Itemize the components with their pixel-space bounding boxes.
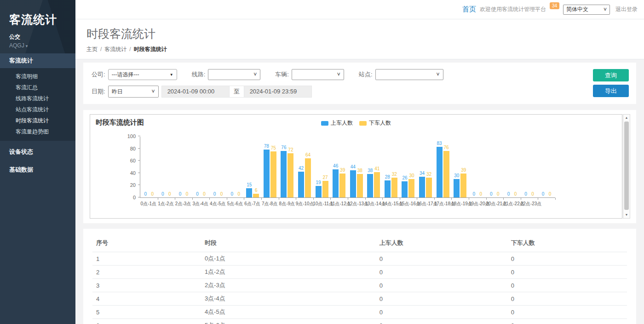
bar-value-label: 0 bbox=[196, 191, 199, 197]
table-row: 10点-1点00 bbox=[92, 252, 627, 266]
bar-alighting: 72 bbox=[288, 153, 293, 197]
chart-category: 00 bbox=[521, 137, 538, 197]
table-cell: 3点-4点 bbox=[201, 292, 376, 306]
bar-value-label: 42 bbox=[299, 166, 304, 171]
chart-category: 156 bbox=[244, 137, 261, 197]
table-row: 65点-6点00 bbox=[92, 319, 627, 324]
breadcrumb-item[interactable]: 主页 bbox=[86, 46, 98, 52]
table-cell: 1点-2点 bbox=[201, 266, 376, 279]
sidebar-item[interactable]: 基础数据 bbox=[0, 163, 75, 177]
bar-alighting: 32 bbox=[426, 178, 432, 197]
bar-value-label: 0 bbox=[203, 191, 206, 197]
chart-category: 00 bbox=[486, 137, 504, 197]
bar-alighting: 38 bbox=[357, 174, 363, 197]
page-title: 时段客流统计 bbox=[86, 26, 633, 41]
chart-scrollbar[interactable]: ▲ ▼ bbox=[623, 114, 630, 219]
chart-category: 00 bbox=[158, 137, 175, 197]
x-axis-label: 10点-11点 bbox=[313, 201, 330, 207]
bar-value-label: 38 bbox=[357, 168, 362, 173]
bar-value-label: 6 bbox=[255, 188, 258, 193]
query-button[interactable]: 查询 bbox=[593, 69, 629, 81]
table-row: 32点-3点00 bbox=[92, 279, 627, 292]
filter-panel: 公司: ---请选择--- ▼ 线路: ˅ 车辆: bbox=[83, 63, 636, 104]
line-select[interactable]: ˅ bbox=[208, 69, 260, 80]
bar-boarding: 46 bbox=[333, 169, 339, 197]
x-axis-label: 12点-13点 bbox=[348, 201, 365, 207]
table-header-cell: 时段 bbox=[201, 234, 376, 252]
x-axis-label: 0点-1点 bbox=[140, 201, 157, 207]
date-range-separator: 至 bbox=[230, 86, 244, 98]
home-link[interactable]: 首页 bbox=[462, 5, 476, 14]
welcome-text: 欢迎使用客流统计管理平台 bbox=[480, 6, 546, 13]
x-axis-label: 4点-5点 bbox=[209, 201, 227, 207]
bar-alighting: 64 bbox=[305, 158, 311, 197]
logout-link[interactable]: 退出登录 bbox=[615, 6, 638, 13]
station-select[interactable]: ˅ bbox=[375, 69, 443, 80]
vehicle-select[interactable]: ˅ bbox=[292, 69, 344, 80]
bar-value-label: 30 bbox=[454, 173, 459, 178]
table-header-cell: 上车人数 bbox=[376, 234, 507, 252]
scrollbar-thumb[interactable] bbox=[624, 122, 629, 210]
sidebar-item[interactable]: 设备状态 bbox=[0, 145, 75, 159]
table-cell: 5 bbox=[92, 306, 201, 319]
table-cell: 5点-6点 bbox=[201, 319, 376, 324]
bar-boarding: 44 bbox=[350, 170, 356, 197]
y-axis-label: 100 bbox=[118, 133, 136, 139]
chevron-down-icon: ˅ bbox=[253, 72, 257, 77]
table-cell: 0 bbox=[507, 292, 627, 306]
bar-value-label: 32 bbox=[392, 172, 397, 177]
y-axis-label: 60 bbox=[118, 158, 136, 163]
table-cell: 0 bbox=[376, 279, 507, 292]
bar-value-label: 44 bbox=[351, 164, 356, 169]
sidebar-subitem[interactable]: 客流明细 bbox=[0, 71, 75, 82]
x-axis-label: 17点-18点 bbox=[434, 201, 452, 207]
chart-category: 4639 bbox=[330, 137, 348, 197]
scroll-up-icon[interactable]: ▲ bbox=[623, 115, 630, 121]
chart-category: 2630 bbox=[400, 137, 417, 197]
table-cell: 4点-5点 bbox=[201, 306, 376, 319]
table-cell: 2 bbox=[92, 266, 201, 279]
chart-category: 3039 bbox=[451, 137, 469, 197]
bar-boarding: 19 bbox=[316, 186, 322, 197]
breadcrumb-item[interactable]: 客流统计 bbox=[104, 46, 126, 52]
chart-category: 00 bbox=[140, 137, 158, 197]
chart-category: 2832 bbox=[382, 137, 400, 197]
bar-alighting: 75 bbox=[270, 151, 276, 197]
export-button[interactable]: 导出 bbox=[593, 85, 629, 97]
sidebar-subitem[interactable]: 客流量趋势图 bbox=[0, 126, 75, 137]
table-body: 10点-1点0021点-2点0032点-3点0043点-4点0054点-5点00… bbox=[92, 252, 627, 324]
bar-value-label: 0 bbox=[507, 191, 510, 197]
sidebar-menu: 客流统计客流明细客流汇总线路客流统计站点客流统计时段客流统计客流量趋势图设备状态… bbox=[0, 53, 75, 177]
scroll-down-icon[interactable]: ▼ bbox=[623, 212, 630, 218]
bar-value-label: 0 bbox=[531, 191, 534, 197]
date-end-input[interactable]: 2024-01-09 23:59 bbox=[244, 86, 312, 98]
language-select[interactable]: 简体中文 ˅ bbox=[563, 5, 610, 15]
company-label: 公司: bbox=[92, 70, 105, 79]
date-preset-value: 昨日 bbox=[112, 88, 123, 96]
bar-value-label: 0 bbox=[549, 191, 552, 197]
sidebar-subitem[interactable]: 站点客流统计 bbox=[0, 104, 75, 115]
legend-item-alighting[interactable]: 下车人数 bbox=[359, 119, 391, 127]
app-title: 客流统计 bbox=[9, 12, 75, 27]
line-label: 线路: bbox=[192, 70, 206, 79]
bar-value-label: 0 bbox=[213, 191, 216, 197]
bar-boarding: 78 bbox=[264, 150, 270, 197]
breadcrumb-separator: / bbox=[129, 46, 131, 52]
chart-category: 1927 bbox=[313, 137, 331, 197]
x-axis-label: 1点-2点 bbox=[157, 201, 175, 207]
legend-item-boarding[interactable]: 上车人数 bbox=[321, 119, 353, 127]
sidebar-subitem[interactable]: 线路客流统计 bbox=[0, 93, 75, 104]
sidebar-subitem[interactable]: 时段客流统计 bbox=[0, 115, 75, 126]
date-preset-select[interactable]: 昨日 ˅ bbox=[108, 86, 159, 98]
table-cell: 0 bbox=[376, 292, 507, 306]
company-select[interactable]: ---请选择--- ▼ bbox=[108, 69, 177, 80]
table-cell: 0 bbox=[376, 306, 507, 319]
sidebar-subitem[interactable]: 客流汇总 bbox=[0, 82, 75, 93]
bar-value-label: 76 bbox=[281, 145, 286, 150]
org-code-dropdown[interactable]: AQGJ▾ bbox=[9, 42, 75, 49]
chart-category: 4438 bbox=[348, 137, 365, 197]
sidebar-item[interactable]: 客流统计 bbox=[0, 53, 75, 68]
language-select-value: 简体中文 bbox=[566, 6, 588, 13]
y-axis-tick bbox=[138, 185, 140, 185]
date-start-input[interactable]: 2024-01-09 00:00 bbox=[161, 86, 230, 98]
